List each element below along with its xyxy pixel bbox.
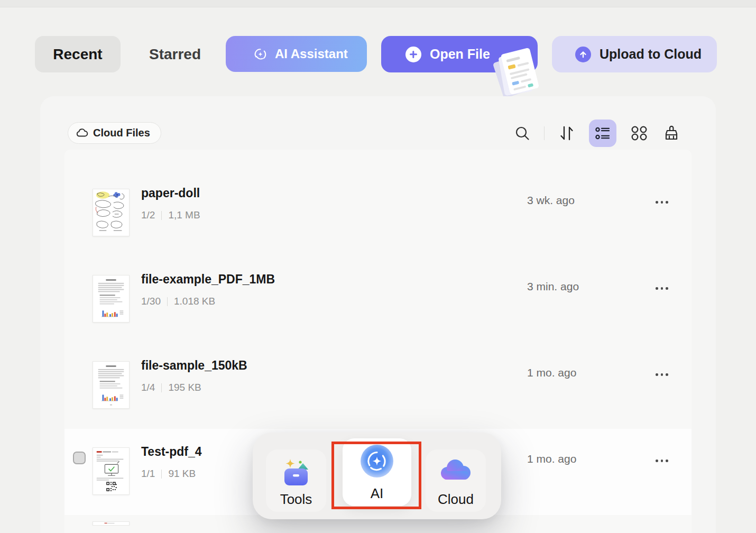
- file-meta: 1/4195 KB: [141, 382, 201, 393]
- row-more-menu[interactable]: [652, 456, 671, 465]
- cloud-icon: [76, 127, 88, 140]
- file-name: file-sample_150kB: [141, 359, 247, 373]
- file-size: 1.018 KB: [174, 296, 215, 307]
- file-thumbnail: [93, 361, 130, 409]
- row-more-menu[interactable]: [652, 198, 671, 207]
- file-thumbnail: [93, 447, 130, 495]
- dock-tools-label: Tools: [280, 491, 312, 508]
- open-file-label: Open File: [430, 47, 490, 62]
- file-modified: 1 mo. ago: [527, 453, 576, 465]
- file-meta: 1/191 KB: [141, 468, 196, 480]
- file-size: 91 KB: [168, 468, 196, 480]
- file-name: file-example_PDF_1MB: [141, 272, 275, 287]
- upload-arrow-icon: [575, 47, 591, 62]
- ai-swirl-icon: [253, 47, 268, 61]
- dock-cloud-button[interactable]: Cloud: [426, 449, 486, 512]
- window-top-strip: [0, 0, 756, 7]
- row-more-menu[interactable]: [652, 284, 671, 293]
- ai-swirl-icon: [359, 444, 394, 479]
- row-more-menu[interactable]: [652, 370, 671, 379]
- file-pages: 1/4: [141, 382, 155, 393]
- clean-icon[interactable]: [662, 124, 681, 143]
- file-meta: 1/301.018 KB: [141, 296, 215, 307]
- plus-circle-icon: [405, 47, 421, 62]
- search-icon[interactable]: [514, 125, 530, 141]
- file-size: 1,1 MB: [168, 209, 200, 221]
- cloud-files-filter[interactable]: Cloud Files: [68, 122, 161, 144]
- tab-starred-label: Starred: [149, 46, 201, 63]
- file-modified: 1 mo. ago: [527, 366, 576, 379]
- ai-assistant-button[interactable]: AI Assistant: [226, 36, 367, 72]
- file-row-file-example[interactable]: file-example_PDF_1MB 1/301.018 KB 3 min.…: [64, 256, 692, 343]
- tab-recent-label: Recent: [53, 46, 102, 63]
- toolbox-icon: [280, 457, 312, 489]
- file-row-paper-doll[interactable]: paper-doll 1/21,1 MB 3 wk. ago: [64, 170, 692, 256]
- cloud-gradient-icon: [438, 457, 473, 483]
- file-pages: 1/30: [141, 296, 161, 307]
- dock-ai-button[interactable]: AI: [343, 438, 411, 506]
- list-toolbar: [514, 118, 681, 148]
- file-pages: 1/2: [141, 209, 155, 221]
- file-modified: 3 wk. ago: [527, 194, 575, 207]
- file-name: paper-doll: [141, 186, 200, 200]
- file-thumbnail: [93, 189, 130, 236]
- file-thumbnail: [93, 275, 130, 323]
- file-size: 195 KB: [168, 382, 201, 393]
- tab-starred[interactable]: Starred: [135, 36, 215, 72]
- upload-to-cloud-button[interactable]: Upload to Cloud: [552, 36, 717, 72]
- dock-tools-button[interactable]: Tools: [266, 449, 326, 512]
- cloud-files-label: Cloud Files: [93, 127, 150, 139]
- toolbar-divider: [544, 126, 545, 140]
- file-pages: 1/1: [141, 468, 155, 480]
- tab-recent[interactable]: Recent: [35, 36, 121, 72]
- row-checkbox[interactable]: [73, 452, 86, 464]
- dock-ai-label: AI: [371, 485, 384, 502]
- sort-icon[interactable]: [558, 124, 575, 142]
- upload-to-cloud-label: Upload to Cloud: [600, 47, 702, 62]
- file-thumbnail: [93, 521, 130, 526]
- file-meta: 1/21,1 MB: [141, 209, 200, 221]
- open-file-button[interactable]: Open File: [381, 36, 538, 72]
- quick-access-dock: Tools AI: [253, 433, 501, 519]
- file-row-file-sample[interactable]: file-sample_150kB 1/4195 KB 1 mo. ago: [64, 343, 692, 429]
- ai-assistant-label: AI Assistant: [275, 47, 348, 61]
- file-modified: 3 min. ago: [527, 280, 579, 293]
- list-view-icon: [595, 126, 610, 140]
- dock-cloud-label: Cloud: [438, 491, 474, 508]
- list-view-button[interactable]: [589, 120, 616, 147]
- file-name: Test-pdf_4: [141, 445, 202, 459]
- grid-view-icon[interactable]: [630, 125, 648, 141]
